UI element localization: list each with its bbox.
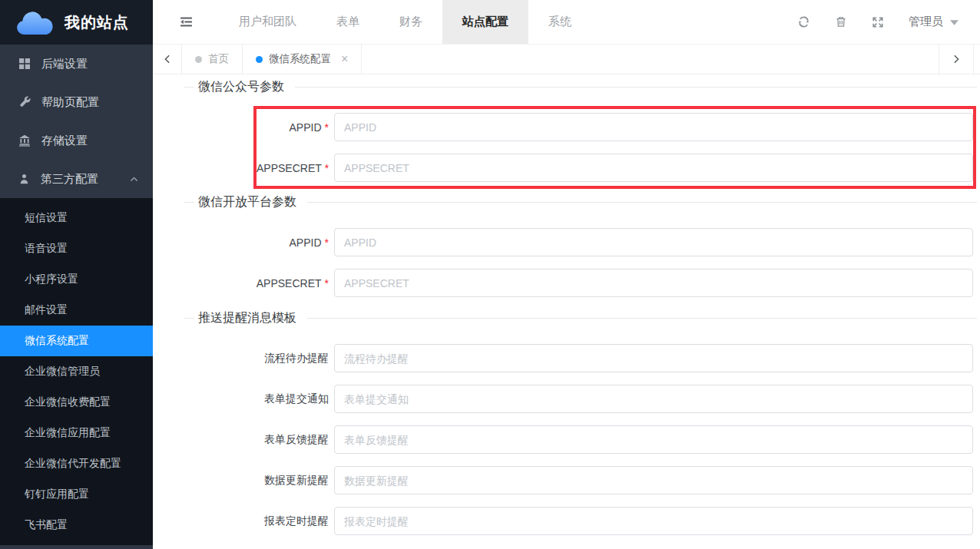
refresh-icon[interactable]: [797, 15, 810, 28]
tab-label: 首页: [208, 52, 229, 66]
form-row: APPID*: [257, 113, 973, 141]
form-row: 数据更新提醒: [184, 466, 977, 494]
tab-dot-icon: [195, 56, 202, 63]
app-window: 我的站点 用户和团队表单财务站点配置系统 管理员 首页微信系统配置× 后端设置帮…: [0, 0, 980, 549]
field-label-text: 流程待办提醒: [264, 352, 329, 364]
field-label: 表单提交通知: [184, 392, 334, 406]
sidebar-subitem-3[interactable]: 小程序设置: [0, 264, 153, 295]
nav-item-3[interactable]: 财务: [379, 0, 442, 44]
section-divider: 微信公众号参数: [184, 78, 977, 95]
field-label-text: APPID: [290, 121, 322, 134]
form-row: 表单反馈提醒: [184, 425, 977, 454]
sidebar-subitem-7[interactable]: 企业微信收费配置: [0, 387, 153, 418]
tab-dot-icon: [256, 56, 263, 63]
field-input-1-2[interactable]: [334, 154, 973, 182]
sidebar-group-2[interactable]: 帮助页配置: [0, 83, 153, 121]
field-input-2-2[interactable]: [334, 269, 973, 297]
tab-scroll-left-button[interactable]: [153, 45, 182, 74]
tab-1[interactable]: 首页: [182, 45, 243, 74]
field-label: 报表定时提醒: [184, 514, 334, 528]
sidebar: 后端设置帮助页配置存储设置第三方配置 短信设置语音设置小程序设置邮件设置微信系统…: [0, 45, 153, 549]
sidebar-subitem-11[interactable]: 飞书配置: [0, 510, 153, 541]
form-row: 报表定时提醒: [184, 507, 977, 535]
top-nav: 用户和团队表单财务站点配置系统: [219, 0, 591, 44]
divider-line: [307, 318, 977, 319]
divider-line: [184, 318, 194, 319]
sidebar-subitem-1[interactable]: 短信设置: [0, 203, 153, 233]
trash-icon[interactable]: [835, 15, 847, 28]
tab-scroll-right-button[interactable]: [939, 45, 974, 74]
form-content: 微信公众号参数APPID*APPSECRET*微信开放平台参数APPID*APP…: [153, 74, 980, 549]
required-mark: *: [325, 236, 329, 249]
sidebar-subitem-4[interactable]: 邮件设置: [0, 295, 153, 326]
form-row: 表单提交通知: [184, 385, 977, 413]
form-row: APPID*: [184, 228, 977, 256]
tab-label: 微信系统配置: [269, 52, 331, 66]
sidebar-subitem-5[interactable]: 微信系统配置: [0, 326, 153, 356]
sidebar-group-label: 后端设置: [41, 57, 88, 71]
field-input-3-4[interactable]: [334, 466, 973, 494]
field-label: 数据更新提醒: [184, 474, 334, 488]
grid-icon: [18, 58, 31, 70]
tab-bar: 首页微信系统配置×: [153, 45, 980, 74]
required-mark: *: [325, 121, 329, 134]
field-label-text: APPSECRET: [257, 277, 322, 289]
brand-logo[interactable]: 我的站点: [0, 0, 153, 45]
field-label: 表单反馈提醒: [184, 433, 334, 447]
field-label-text: 表单提交通知: [264, 392, 329, 405]
menu-fold-icon[interactable]: [153, 0, 219, 44]
field-input-2-1[interactable]: [334, 228, 973, 256]
field-input-1-1[interactable]: [334, 113, 973, 141]
sidebar-subitem-8[interactable]: 企业微信应用配置: [0, 418, 153, 448]
sidebar-subitem-2[interactable]: 语音设置: [0, 233, 153, 264]
field-input-3-1[interactable]: [334, 344, 973, 372]
divider-line: [184, 87, 194, 88]
sidebar-groups: 后端设置帮助页配置存储设置第三方配置: [0, 45, 153, 198]
field-label: 流程待办提醒: [184, 352, 334, 365]
sidebar-group-1[interactable]: 后端设置: [0, 45, 153, 83]
form-row: APPSECRET*: [257, 154, 973, 182]
bank-icon: [18, 134, 31, 147]
chevron-up-icon: [129, 174, 139, 184]
user-menu-label: 管理员: [909, 15, 943, 29]
nav-item-5[interactable]: 系统: [528, 0, 591, 44]
field-input-3-2[interactable]: [334, 385, 973, 413]
field-label: APPSECRET*: [184, 277, 334, 289]
sidebar-group-4[interactable]: 第三方配置: [0, 160, 153, 198]
field-label: APPSECRET*: [257, 162, 334, 174]
wrench-icon: [18, 96, 31, 108]
field-input-3-5[interactable]: [334, 507, 973, 535]
sidebar-group-label: 第三方配置: [41, 172, 98, 187]
field-label-text: 报表定时提醒: [264, 514, 329, 527]
tab-list: 首页微信系统配置×: [182, 45, 362, 74]
section-divider: 微信开放平台参数: [184, 193, 977, 210]
nav-item-4[interactable]: 站点配置: [442, 0, 528, 44]
header-actions: 管理员: [797, 0, 980, 44]
sidebar-group-3[interactable]: 存储设置: [0, 121, 153, 160]
site-title: 我的站点: [65, 12, 129, 33]
field-label-text: 数据更新提醒: [264, 474, 329, 486]
person-icon: [18, 173, 30, 185]
sidebar-group-label: 存储设置: [41, 134, 88, 148]
field-input-3-3[interactable]: [334, 425, 973, 454]
chevron-right-icon: [951, 54, 962, 64]
sidebar-subitem-10[interactable]: 钉钉应用配置: [0, 479, 153, 510]
user-menu[interactable]: 管理员: [909, 15, 958, 29]
tab-2[interactable]: 微信系统配置×: [243, 45, 362, 74]
divider-line: [184, 202, 194, 203]
nav-item-1[interactable]: 用户和团队: [219, 0, 316, 44]
form-row: APPSECRET*: [184, 269, 977, 297]
section-title: 微信公众号参数: [194, 79, 295, 95]
section-divider: 推送提醒消息模板: [184, 309, 977, 326]
sidebar-subitem-9[interactable]: 企业微信代开发配置: [0, 448, 153, 479]
field-label-text: 表单反馈提醒: [264, 433, 329, 445]
sidebar-subitem-6[interactable]: 企业微信管理员: [0, 356, 153, 387]
cloud-icon: [15, 9, 55, 35]
fullscreen-icon[interactable]: [872, 16, 884, 28]
close-icon[interactable]: ×: [341, 53, 348, 65]
nav-item-2[interactable]: 表单: [316, 0, 379, 44]
sidebar-group-label: 帮助页配置: [41, 95, 99, 110]
field-label-text: APPSECRET: [257, 162, 322, 174]
section-title: 微信开放平台参数: [194, 194, 307, 210]
divider-line: [307, 202, 977, 203]
